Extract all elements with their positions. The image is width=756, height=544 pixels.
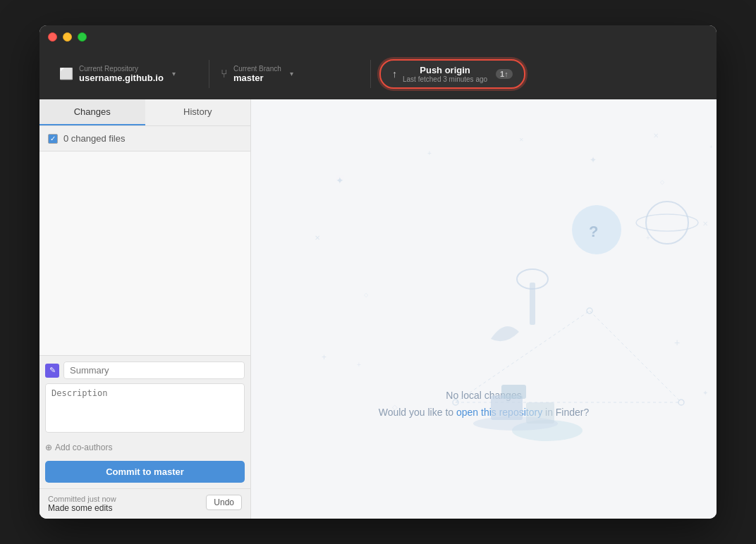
svg-text:✦: ✦ (702, 389, 708, 397)
push-origin-button[interactable]: ↑ Push origin Last fetched 3 minutes ago… (379, 59, 525, 89)
close-button[interactable] (48, 32, 57, 42)
commit-to-master-button[interactable]: Commit to master (45, 461, 245, 483)
commit-footer: Committed just now Made some edits Undo (39, 488, 250, 519)
summary-avatar-icon: ✎ (45, 364, 59, 378)
empty-subtitle-text: Would you like to open this repository i… (379, 407, 590, 418)
empty-text-before: Would you like to (379, 407, 456, 418)
svg-text:+: + (709, 144, 713, 150)
summary-row: ✎ (45, 361, 245, 379)
empty-state: No local changes Would you like to open … (379, 201, 590, 418)
summary-input[interactable] (63, 361, 245, 379)
commit-area: ✎ ⊕ Add co-authors Commit to master (39, 355, 250, 488)
svg-text:✕: ✕ (315, 234, 320, 242)
current-branch-section[interactable]: ⑂ Current Branch master ▾ (212, 61, 367, 87)
open-repository-link[interactable]: open this repository (456, 407, 542, 418)
select-all-checkbox[interactable]: ✓ (48, 134, 58, 144)
add-coauthor-label: Add co-authors (55, 443, 112, 452)
svg-point-32 (473, 416, 558, 431)
svg-text:◇: ◇ (364, 292, 369, 298)
commit-message: Made some edits (48, 503, 116, 513)
checkbox-check-icon: ✓ (50, 135, 56, 142)
app-window: ⬜ Current Repository username.github.io … (39, 25, 717, 519)
svg-text:◇: ◇ (660, 179, 665, 185)
push-up-icon: ↑ (392, 68, 397, 80)
push-subtitle: Last fetched 3 minutes ago (403, 75, 487, 83)
titlebar-nav: ⬜ Current Repository username.github.io … (39, 48, 717, 99)
svg-point-29 (636, 214, 698, 231)
maximize-button[interactable] (78, 32, 87, 42)
svg-text:✕: ✕ (519, 137, 524, 143)
svg-point-20 (678, 400, 684, 405)
svg-point-22 (512, 420, 583, 441)
repo-chevron-icon: ▾ (172, 70, 176, 78)
undo-button[interactable]: Undo (206, 495, 242, 510)
svg-text:✦: ✦ (336, 175, 344, 186)
push-button-wrapper: ↑ Push origin Last fetched 3 minutes ago… (379, 59, 525, 89)
empty-text-after: in Finder? (542, 407, 589, 418)
push-title: Push origin (403, 65, 487, 75)
tab-changes[interactable]: Changes (39, 99, 145, 125)
svg-line-17 (590, 311, 681, 402)
avatar-letter: ✎ (49, 366, 56, 375)
push-badge: 1↑ (496, 69, 513, 79)
empty-title-text: No local changes (446, 390, 521, 401)
no-local-changes-text: No local changes (446, 390, 521, 401)
changed-files-row: ✓ 0 changed files (39, 126, 250, 152)
nav-divider-2 (370, 60, 371, 88)
svg-text:+: + (322, 352, 327, 362)
commit-info: Committed just now Made some edits (48, 495, 116, 513)
branch-label: Current Branch (233, 65, 281, 73)
svg-text:+: + (674, 337, 680, 348)
svg-text:+: + (427, 149, 432, 157)
add-coauthor-icon: ⊕ (45, 443, 52, 452)
add-coauthor-button[interactable]: ⊕ Add co-authors (45, 440, 245, 455)
content-area: ✦ + ✕ ✦ ✕ + ✕ ◇ + ◇ ✕ + + ✦ ◇ + (251, 99, 717, 519)
svg-text:+: + (357, 361, 361, 369)
description-input[interactable] (45, 383, 245, 433)
sidebar: Changes History ✓ 0 changed files ✎ (39, 99, 251, 519)
titlebar-top (39, 25, 717, 48)
svg-point-28 (646, 202, 688, 244)
repo-label: Current Repository (79, 65, 164, 73)
svg-text:+: + (646, 234, 650, 242)
repo-icon: ⬜ (59, 67, 73, 80)
minimize-button[interactable] (63, 32, 72, 42)
svg-text:✕: ✕ (653, 132, 659, 140)
branch-chevron-icon: ▾ (290, 70, 293, 78)
branch-name: master (233, 73, 281, 83)
push-content: Push origin Last fetched 3 minutes ago (403, 65, 487, 83)
current-repository-section[interactable]: ⬜ Current Repository username.github.io … (51, 61, 206, 87)
commit-time: Committed just now (48, 495, 116, 503)
branch-content: Current Branch master (233, 65, 281, 83)
nav-divider-1 (209, 60, 209, 88)
repo-content: Current Repository username.github.io (79, 65, 164, 83)
changed-files-label: 0 changed files (63, 133, 125, 144)
svg-text:✦: ✦ (590, 155, 597, 165)
svg-text:✕: ✕ (702, 220, 708, 228)
main-content: Changes History ✓ 0 changed files ✎ (39, 99, 717, 519)
sidebar-tabs: Changes History (39, 99, 250, 126)
svg-text:?: ? (589, 223, 598, 240)
branch-icon: ⑂ (221, 68, 228, 80)
repo-name: username.github.io (79, 73, 164, 83)
tab-history[interactable]: History (145, 99, 251, 125)
files-area (39, 152, 250, 355)
titlebar: ⬜ Current Repository username.github.io … (39, 25, 717, 99)
